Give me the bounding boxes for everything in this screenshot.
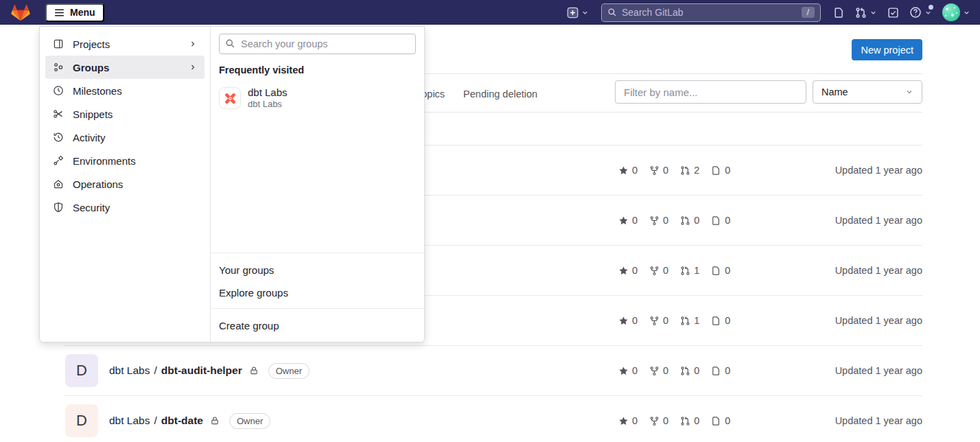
user-menu[interactable] [942,3,970,21]
gitlab-logo-icon[interactable] [11,3,30,22]
project-name: dbt-audit-helper [161,364,242,377]
issues-icon[interactable] [833,7,845,19]
project-avatar[interactable]: D [65,354,98,387]
fork-icon [649,165,660,176]
menu-item-label: Security [73,202,110,213]
help-dropdown[interactable] [909,6,932,19]
stars-stat[interactable]: 0 [618,215,638,226]
forks-stat[interactable]: 0 [649,415,668,426]
chevron-down-icon [870,9,877,16]
plus-square-icon [567,7,579,19]
project-stats: 0 0 1 0 [618,315,730,326]
chevron-down-icon [905,88,913,96]
fork-icon [649,316,660,326]
updated-timestamp: Updated 1 year ago [835,165,922,176]
issues-icon [711,416,721,426]
project-title-link[interactable]: dbt Labs / dbt-date Owner [109,413,270,429]
menu-item-security[interactable]: Security [45,196,205,219]
merge-requests-stat[interactable]: 1 [680,265,699,276]
issues-stat[interactable]: 0 [711,315,730,326]
top-navbar: Menu / [0,0,980,25]
lock-icon [249,366,259,375]
stars-stat[interactable]: 0 [618,365,638,376]
sort-dropdown[interactable]: Name [813,80,922,104]
issues-stat[interactable]: 0 [711,165,730,176]
merge-request-icon [680,216,690,226]
forks-stat[interactable]: 0 [649,165,668,176]
clock-icon [53,85,64,96]
issues-stat[interactable]: 0 [711,265,730,276]
navbar-right-controls [833,3,970,21]
global-search[interactable]: / [601,3,821,22]
menu-item-label: Milestones [73,85,122,97]
menu-item-label: Groups [73,62,109,73]
issues-stat[interactable]: 0 [711,415,730,426]
project-namespace: dbt Labs [109,364,150,377]
project-row-left: D dbt Labs / dbt-date Owner [64,404,270,437]
menu-item-label: Operations [73,178,123,190]
new-project-button[interactable]: New project [852,39,922,60]
merge-requests-stat[interactable]: 0 [680,415,699,426]
forks-stat[interactable]: 0 [649,315,668,326]
menu-item-environments[interactable]: Environments [45,149,205,172]
table-row[interactable]: D dbt Labs / dbt-date Owner 0 0 [64,396,922,442]
new-menu-dropdown[interactable] [567,7,589,19]
filter-by-name-input[interactable] [615,80,806,104]
divider [211,308,424,309]
menu-item-projects[interactable]: Projects [45,32,205,56]
project-avatar[interactable]: D [65,404,98,437]
forks-stat[interactable]: 0 [649,265,668,276]
environment-icon [53,155,64,166]
forks-stat[interactable]: 0 [649,215,668,226]
menu-item-snippets[interactable]: Snippets [45,102,205,126]
merge-request-icon [680,266,690,276]
history-icon [53,132,64,143]
divider [211,253,424,253]
search-input[interactable] [622,7,797,18]
merge-requests-stat[interactable]: 0 [680,215,699,226]
merge-request-icon [680,165,690,176]
stars-stat[interactable]: 0 [618,165,638,176]
chevron-down-icon [581,9,589,16]
table-row[interactable]: D dbt Labs / dbt-audit-helper Owner 0 [64,346,922,396]
project-stats: 0 0 0 0 [618,365,730,376]
search-groups-input[interactable] [219,34,416,54]
issues-stat[interactable]: 0 [711,215,730,226]
path-separator: / [154,364,156,377]
your-groups-link[interactable]: Your groups [211,259,424,281]
menu-item-operations[interactable]: Operations [45,172,205,196]
menu-item-groups[interactable]: Groups [45,56,205,79]
merge-request-icon [855,7,867,19]
flyout-footer-links: Your groups Explore groups Create group [211,253,424,337]
shield-icon [53,202,64,213]
stars-stat[interactable]: 0 [618,315,638,326]
menu-dropdown-panel: Projects Groups Milestones [39,26,425,342]
issues-icon [711,316,721,326]
stars-stat[interactable]: 0 [618,415,638,426]
menu-item-label: Snippets [73,108,113,120]
merge-request-icon [680,366,690,376]
stars-stat[interactable]: 0 [618,265,638,276]
frequent-group-dbt-labs[interactable]: dbt Labs dbt Labs [219,86,416,110]
merge-requests-stat[interactable]: 2 [680,165,699,176]
fork-icon [649,366,660,376]
issues-stat[interactable]: 0 [711,365,730,376]
dbt-logo-icon [219,87,241,109]
explore-groups-link[interactable]: Explore groups [211,281,424,304]
project-stats: 0 0 0 0 [618,415,730,426]
menu-item-label: Environments [73,155,136,167]
merge-requests-stat[interactable]: 1 [680,315,699,326]
project-tabs: Topics Pending deletion [417,89,537,100]
todos-icon[interactable] [887,7,899,19]
forks-stat[interactable]: 0 [649,365,668,376]
menu-button[interactable]: Menu [45,3,104,22]
merge-requests-stat[interactable]: 0 [680,365,699,376]
tab-pending-deletion[interactable]: Pending deletion [463,89,537,100]
menu-item-milestones[interactable]: Milestones [45,79,205,102]
create-group-link[interactable]: Create group [211,314,424,337]
search-icon [225,38,235,51]
project-icon [53,38,64,49]
merge-requests-dropdown[interactable] [855,7,877,19]
menu-item-activity[interactable]: Activity [45,126,205,149]
project-title-link[interactable]: dbt Labs / dbt-audit-helper Owner [109,363,310,379]
